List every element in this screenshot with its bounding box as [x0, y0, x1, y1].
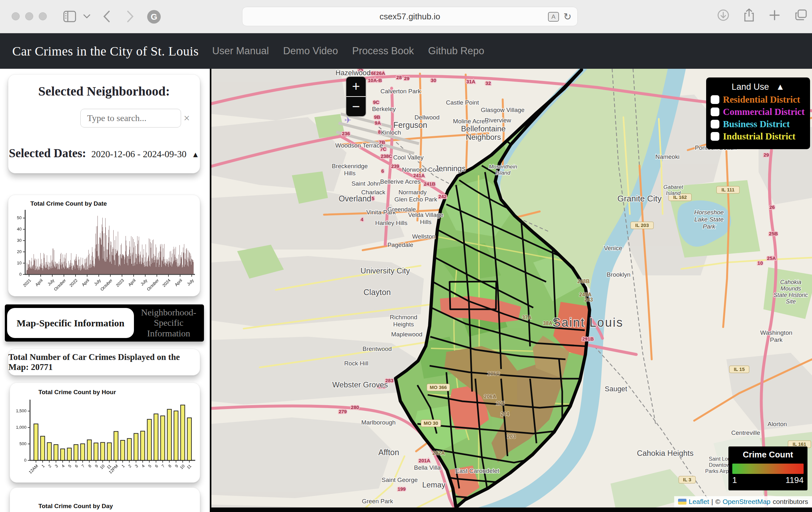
route-shield-label: IL 203 [635, 222, 649, 228]
attribution-suffix: contributors [773, 498, 808, 506]
window-controls[interactable] [11, 12, 47, 20]
route-number-label: 206A [484, 394, 497, 399]
land-use-panel: Land Use ▲ Residential DistrictCommercia… [706, 78, 810, 149]
page-title: Car Crimes in the City of St. Louis [12, 44, 199, 59]
dates-collapse-icon[interactable]: ▲ [192, 150, 199, 159]
land-use-item-commercial[interactable]: Commercial District [710, 107, 806, 117]
clear-search-icon[interactable]: × [184, 113, 190, 124]
map-place-label: Gabaret [664, 184, 684, 190]
close-window-icon[interactable] [11, 12, 20, 20]
checkbox-icon[interactable] [710, 95, 719, 104]
total-crimes-text: Total Number of Car Crimes Displayed on … [8, 352, 200, 372]
zoom-in-button[interactable]: + [346, 77, 366, 97]
land-use-item-industrial[interactable]: Industrial District [710, 132, 806, 141]
map-place-label: Hazelwood [336, 69, 371, 77]
tab-map-specific[interactable]: Map-Specific Information [7, 308, 134, 338]
route-shield-label: IL 161 [793, 441, 806, 447]
motorway-exit-label: 26 [770, 204, 775, 210]
checkbox-icon[interactable] [710, 108, 719, 116]
checkbox-icon[interactable] [710, 120, 719, 129]
map-place-label: Cool Valley [393, 154, 424, 161]
motorway-exit-label: 31A [466, 79, 475, 84]
crime-legend-title: Crime Count [732, 450, 804, 460]
motorway-exit-label: 9B [374, 114, 380, 120]
land-use-item-business[interactable]: Business District [710, 119, 806, 129]
motorway-exit-label: 291B [582, 336, 594, 342]
motorway-exit-label: 32 [485, 80, 491, 86]
motorway-exit-label: 241A [413, 173, 425, 178]
chevron-down-icon[interactable] [83, 14, 90, 19]
total-crimes-card: Total Number of Car Crimes Displayed on … [8, 349, 200, 375]
downloads-icon[interactable] [717, 9, 729, 21]
map-place-label: Riverview [485, 117, 511, 124]
leaflet-link[interactable]: Leaflet [689, 498, 709, 506]
tab-neighborhood-specific[interactable]: Neighborhood-Specific Information [136, 307, 202, 339]
zoom-out-button[interactable]: − [346, 97, 366, 116]
map-place-label: Normandy [399, 189, 427, 196]
map-place-label: Venice [604, 245, 622, 252]
map-place-label: Site [786, 298, 796, 305]
motorway-exit-label: 9A [375, 120, 381, 125]
filter-card: Selected Neighborhood: × Selected Dates:… [8, 74, 200, 173]
checkbox-icon[interactable] [710, 132, 719, 141]
app-header: Car Crimes in the City of St. Louis User… [0, 33, 812, 69]
motorway-exit-label: 10 [757, 260, 763, 266]
route-number-label: 203 [507, 434, 516, 439]
crime-count-legend: Crime Count 1 1194 [728, 447, 808, 490]
nav-link-user-manual[interactable]: User Manual [212, 45, 269, 57]
route-number-label: 202A [432, 450, 445, 456]
map-place-label: Hills [420, 219, 432, 225]
map-place-label: Alorton [767, 421, 787, 427]
zoom-window-icon[interactable] [39, 12, 47, 20]
motorway-exit-label: 29 [404, 76, 410, 81]
neighborhood-search-input[interactable] [80, 109, 181, 127]
left-panel: Selected Neighborhood: × Selected Dates:… [0, 69, 210, 512]
selected-dates-value: 2020-12-06 - 2024-09-30 [91, 149, 186, 160]
map-place-label: Park [770, 336, 783, 343]
route-number-label: 205 [496, 401, 505, 406]
tab-overview-icon[interactable] [794, 9, 808, 21]
map-place-label: Rock Hill [344, 360, 368, 367]
motorway-exit-label: 279 [339, 409, 347, 414]
map-place-label: Island [496, 170, 511, 176]
motorway-exit-label: 199 [398, 486, 406, 492]
airport-icon: ✈ [344, 116, 351, 125]
date-chart-canvas[interactable] [9, 198, 199, 295]
osm-link[interactable]: OpenStreetMap [723, 498, 771, 506]
hour-chart-canvas[interactable] [10, 386, 199, 482]
minimize-window-icon[interactable] [25, 12, 33, 20]
motorway-exit-label: 238C [381, 153, 393, 159]
map-place-label: Park [703, 223, 716, 230]
land-use-collapse-icon[interactable]: ▲ [776, 82, 785, 92]
route-number-label: 243 [584, 297, 593, 303]
crime-legend-max: 1194 [786, 475, 804, 485]
selected-neighborhood-heading: Selected Neighborhood: [8, 84, 200, 99]
back-icon[interactable] [103, 10, 110, 23]
url-bar[interactable]: csex57.github.io A ↻ [242, 7, 578, 26]
nav-link-github-repo[interactable]: Github Repo [428, 45, 485, 57]
map-place-label: Woodson Terrace [335, 142, 383, 149]
map-place-label: Heights [393, 321, 414, 328]
new-tab-icon[interactable] [769, 9, 780, 21]
sidebar-icon[interactable] [63, 11, 76, 22]
map-place-label: State Historic [774, 292, 808, 298]
map-container: ✈ [210, 69, 812, 512]
map-place-label: Marlborough [361, 419, 395, 426]
motorway-exit-label: 25A [767, 255, 776, 261]
map-place-label: Neighbors [466, 133, 501, 141]
map-place-label: Dellwood [414, 114, 440, 121]
reload-icon[interactable]: ↻ [563, 11, 572, 22]
share-icon[interactable] [744, 8, 755, 22]
map-zoom-control: + − [346, 77, 366, 116]
grammarly-extension-icon[interactable]: G [147, 10, 161, 24]
map-place-label: Richmond [390, 314, 417, 320]
motorway-exit-label: 4 [361, 217, 364, 222]
attribution-separator: | [711, 498, 713, 506]
translate-icon[interactable]: A [548, 12, 559, 22]
land-use-item-residential[interactable]: Residential District [710, 95, 806, 104]
map-place-label: Glen Echo Park [395, 196, 437, 203]
forward-icon[interactable] [126, 10, 134, 23]
map-place-label: Nameoki [656, 153, 680, 160]
nav-link-demo-video[interactable]: Demo Video [283, 45, 338, 57]
nav-link-process-book[interactable]: Process Book [352, 45, 414, 57]
